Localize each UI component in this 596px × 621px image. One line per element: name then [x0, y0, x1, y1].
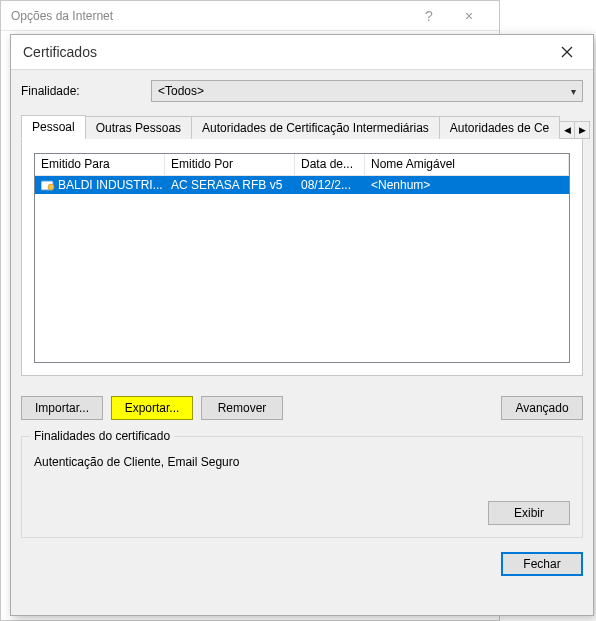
import-button[interactable]: Importar... — [21, 396, 103, 420]
certificate-listview[interactable]: Emitido Para Emitido Por Data de... Nome… — [34, 153, 570, 363]
export-button[interactable]: Exportar... — [111, 396, 193, 420]
tab-other-people[interactable]: Outras Pessoas — [85, 116, 192, 139]
table-row[interactable]: BALDI INDUSTRI... AC SERASA RFB v5 08/12… — [35, 176, 569, 194]
cell-exp-date: 08/12/2... — [295, 177, 365, 193]
group-legend: Finalidades do certificado — [30, 429, 174, 443]
cell-issued-to: BALDI INDUSTRI... — [35, 177, 165, 193]
purpose-value: <Todos> — [158, 84, 204, 98]
certificates-dialog: Certificados Finalidade: <Todos> ▾ Pesso… — [10, 34, 594, 616]
dialog-title-text: Certificados — [23, 44, 547, 60]
dialog-titlebar: Certificados — [11, 35, 593, 69]
dialog-close-button[interactable] — [547, 38, 587, 66]
col-issued-by[interactable]: Emitido Por — [165, 154, 295, 175]
listview-body: BALDI INDUSTRI... AC SERASA RFB v5 08/12… — [35, 176, 569, 362]
tab-intermediate-ca[interactable]: Autoridades de Certificação Intermediári… — [191, 116, 440, 139]
cell-issued-to-text: BALDI INDUSTRI... — [58, 178, 163, 192]
col-friendly-name[interactable]: Nome Amigável — [365, 154, 569, 175]
svg-point-1 — [48, 184, 54, 190]
dialog-footer: Fechar — [21, 552, 583, 576]
purpose-combobox[interactable]: <Todos> ▾ — [151, 80, 583, 102]
tab-scroll: ◀ ▶ — [560, 120, 590, 138]
cert-purposes-group: Finalidades do certificado Autenticação … — [21, 436, 583, 538]
close-icon — [561, 46, 573, 58]
parent-titlebar: Opções da Internet ? × — [1, 1, 499, 31]
close-button[interactable]: Fechar — [501, 552, 583, 576]
parent-close-button[interactable]: × — [449, 1, 489, 31]
purpose-label: Finalidade: — [21, 84, 151, 98]
cell-friendly-name: <Nenhum> — [365, 177, 569, 193]
spacer — [291, 396, 493, 420]
remove-button[interactable]: Remover — [201, 396, 283, 420]
cert-purposes-text: Autenticação de Cliente, Email Seguro — [34, 455, 570, 495]
tab-page: Emitido Para Emitido Por Data de... Nome… — [21, 138, 583, 376]
view-button[interactable]: Exibir — [488, 501, 570, 525]
tab-trusted-ca[interactable]: Autoridades de Ce — [439, 116, 560, 139]
col-issued-to[interactable]: Emitido Para — [35, 154, 165, 175]
tab-scroll-right[interactable]: ▶ — [574, 121, 590, 139]
tab-personal[interactable]: Pessoal — [21, 115, 86, 139]
advanced-button[interactable]: Avançado — [501, 396, 583, 420]
cell-issued-by: AC SERASA RFB v5 — [165, 177, 295, 193]
tab-strip: Pessoal Outras Pessoas Autoridades de Ce… — [21, 114, 583, 138]
listview-header: Emitido Para Emitido Por Data de... Nome… — [35, 154, 569, 176]
col-exp-date[interactable]: Data de... — [295, 154, 365, 175]
tab-scroll-left[interactable]: ◀ — [559, 121, 575, 139]
chevron-down-icon: ▾ — [571, 86, 576, 97]
dialog-body: Finalidade: <Todos> ▾ Pessoal Outras Pes… — [11, 69, 593, 615]
purpose-row: Finalidade: <Todos> ▾ — [21, 80, 583, 102]
parent-title-text: Opções da Internet — [11, 1, 409, 31]
action-button-row: Importar... Exportar... Remover Avançado — [21, 396, 583, 420]
certificate-icon — [41, 179, 55, 191]
parent-help-button[interactable]: ? — [409, 1, 449, 31]
